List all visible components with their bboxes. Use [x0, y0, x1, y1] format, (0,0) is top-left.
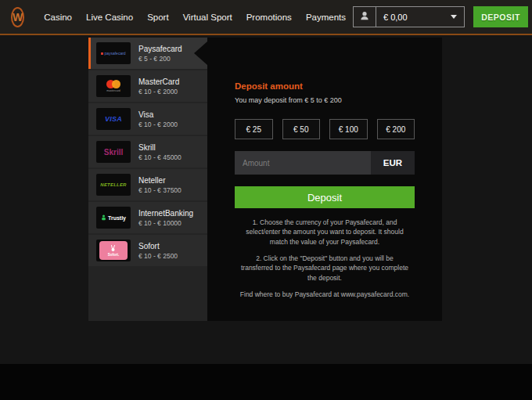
method-skrill[interactable]: Skrill Skrill € 10 - € 45000 — [88, 136, 207, 168]
method-range: € 10 - € 10000 — [138, 219, 193, 227]
method-name: Paysafecard — [138, 45, 182, 53]
chevron-down-icon — [451, 15, 457, 19]
deposit-panel: Deposit amount You may deposit from € 5 … — [207, 38, 442, 321]
amount-input[interactable] — [235, 151, 371, 175]
nav-item-payments[interactable]: Payments — [299, 13, 353, 22]
nav-item-promotions[interactable]: Promotions — [239, 13, 299, 22]
nav-item-sport[interactable]: Sport — [140, 13, 176, 22]
method-paysafecard[interactable]: paysafecard Paysafecard € 5 - € 200 — [88, 38, 207, 69]
method-sofort[interactable]: Sofort. Sofort € 10 - € 2500 — [88, 235, 207, 266]
nav-item-live-casino[interactable]: Live Casino — [79, 13, 140, 22]
quick-amount-100[interactable]: € 100 — [329, 119, 368, 139]
user-icon — [359, 10, 370, 24]
balance-amount: € 0,00 — [383, 13, 408, 22]
panel-title: Deposit amount — [235, 81, 415, 91]
method-internetbanking[interactable]: Trustly InternetBanking € 10 - € 10000 — [88, 202, 207, 233]
skrill-logo: Skrill — [96, 141, 131, 163]
victory-hand-icon — [110, 244, 117, 252]
method-range: € 10 - € 37500 — [138, 186, 182, 194]
quick-amount-200[interactable]: € 200 — [377, 119, 415, 139]
method-name: InternetBanking — [138, 209, 193, 218]
instruction-step-2: 2. Click on the "Deposit" button and you… — [239, 254, 410, 283]
method-range: € 10 - € 2000 — [138, 121, 178, 128]
top-nav-bar: W Casino Live Casino Sport Virtual Sport… — [0, 0, 532, 35]
method-range: € 10 - € 2000 — [138, 88, 179, 95]
method-name: Skrill — [138, 143, 182, 152]
method-name: MasterCard — [138, 77, 179, 86]
deposit-range-text: You may deposit from € 5 to € 200 — [235, 96, 415, 104]
method-name: Visa — [138, 110, 178, 119]
balance-dropdown[interactable]: € 0,00 — [376, 7, 464, 27]
method-name: Neteller — [138, 176, 182, 185]
neteller-logo: NETELLER — [96, 174, 131, 196]
nav-item-virtual-sport[interactable]: Virtual Sport — [176, 13, 239, 22]
visa-logo: VISA — [96, 108, 131, 130]
footer-bar — [0, 364, 532, 400]
method-neteller[interactable]: NETELLER Neteller € 10 - € 37500 — [88, 169, 207, 200]
amount-input-row: EUR — [235, 151, 415, 175]
deposit-submit-button[interactable]: Deposit — [235, 186, 415, 208]
main-nav: Casino Live Casino Sport Virtual Sport P… — [37, 0, 353, 34]
method-range: € 10 - € 2500 — [138, 252, 178, 260]
payment-methods-list: paysafecard Paysafecard € 5 - € 200 mast… — [88, 38, 207, 321]
method-name: Sofort — [138, 242, 178, 250]
sofort-logo: Sofort. — [96, 240, 131, 261]
method-visa[interactable]: VISA Visa € 10 - € 2000 — [88, 103, 207, 135]
quick-amount-50[interactable]: € 50 — [282, 119, 321, 139]
trustly-logo: Trustly — [96, 207, 131, 229]
method-mastercard[interactable]: mastercard MasterCard € 10 - € 2000 — [88, 70, 207, 102]
header-deposit-button[interactable]: DEPOSIT — [473, 6, 528, 27]
main-area: paysafecard Paysafecard € 5 - € 200 mast… — [0, 35, 532, 364]
brand-logo[interactable]: W — [11, 7, 24, 27]
method-range: € 10 - € 45000 — [138, 153, 182, 161]
nav-item-casino[interactable]: Casino — [37, 13, 79, 22]
method-range: € 5 - € 200 — [138, 55, 182, 63]
brand-logo-letter: W — [13, 11, 23, 23]
balance-widget[interactable]: € 0,00 — [353, 6, 465, 27]
account-button[interactable] — [354, 7, 376, 27]
deposit-instructions: 1. Choose the currency of your Paysafeca… — [235, 218, 415, 299]
currency-label: EUR — [371, 151, 415, 175]
quick-amounts: € 25 € 50 € 100 € 200 — [235, 119, 415, 139]
instruction-step-1: 1. Choose the currency of your Paysafeca… — [239, 218, 410, 247]
quick-amount-25[interactable]: € 25 — [235, 119, 273, 139]
paysafecard-logo: paysafecard — [96, 42, 131, 64]
mastercard-logo: mastercard — [96, 75, 131, 97]
header-right-group: € 0,00 DEPOSIT — [353, 6, 528, 27]
cashier-content: paysafecard Paysafecard € 5 - € 200 mast… — [88, 38, 442, 321]
instruction-note: Find where to buy Paysafecard at www.pay… — [239, 290, 410, 299]
